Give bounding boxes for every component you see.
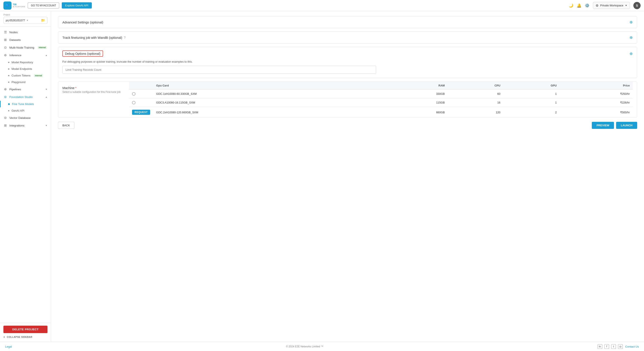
legal-link[interactable]: Legal <box>5 345 12 348</box>
sidebar-bottom: DELETE PROJECT « COLLAPSE SIDEBAR <box>0 323 51 342</box>
avatar[interactable]: S <box>633 2 640 9</box>
row1-radio-cell[interactable] <box>129 90 153 98</box>
machine-label: Machine * <box>62 86 120 90</box>
integrations-icon: ⊞ <box>4 124 7 127</box>
foundation-studio-subnav: Fine Tune Models GenAI API <box>0 101 51 114</box>
logo-text: TIR AI PLATFORM <box>13 3 25 8</box>
internal-badge: Internal <box>38 46 47 49</box>
collapse-sidebar-label: COLLAPSE SIDEBAR <box>7 336 32 338</box>
row1-gpu: 1 <box>503 90 560 98</box>
logo-icon: 🔷 <box>4 2 12 10</box>
sidebar-item-integrations[interactable]: ⊞ Integrations ▼ <box>0 122 51 129</box>
advanced-settings-header[interactable]: Advanced Settings (optional) ⊕ <box>58 16 637 28</box>
debug-options-expand-icon[interactable]: ⊕ <box>630 51 633 56</box>
internal-badge: Internal <box>34 74 43 77</box>
debug-options-description: For debugging purposes or quicker traini… <box>62 60 633 63</box>
chevron-down-icon: ▼ <box>45 88 48 90</box>
facebook-icon[interactable]: f <box>604 344 609 349</box>
sidebar-nav: ☰ Nodes ⊞ Datasets ⊙ Multi-Node Training… <box>0 26 51 323</box>
row2-radio[interactable] <box>132 101 136 104</box>
project-add-icon[interactable]: 📁 <box>41 18 45 22</box>
advanced-settings-expand-icon[interactable]: ⊕ <box>630 20 633 24</box>
machine-col-gpu-card-label: Gpu Card <box>153 82 379 90</box>
row1-radio[interactable] <box>132 92 136 96</box>
project-select[interactable]: prj-05281051077 ▼ 📁 <box>4 17 48 24</box>
track-wandb-header[interactable]: Track finetuning job with WandB (optiona… <box>58 32 637 43</box>
action-row: BACK PREVIEW LAUNCH <box>58 122 637 129</box>
sidebar-item-label: GenAI API <box>12 109 24 112</box>
preview-button[interactable]: PREVIEW <box>592 122 614 129</box>
row2-gpu: 1 <box>503 98 560 107</box>
delete-project-button[interactable]: DELETE PROJECT <box>4 326 48 333</box>
sidebar-item-custom-tokens[interactable]: Custom Tokens Internal <box>0 72 51 79</box>
nodes-icon: ☰ <box>4 30 7 34</box>
settings-icon[interactable]: ⚙️ <box>585 3 590 8</box>
sidebar-item-nodes[interactable]: ☰ Nodes <box>0 28 51 36</box>
sidebar-item-inference[interactable]: ⊚ Inference ▲ <box>0 51 51 59</box>
dot-icon <box>8 68 9 70</box>
row3-cpu: 120 <box>448 107 503 118</box>
sidebar-item-foundation-studio[interactable]: ⊜ Foundation Studio ▲ <box>0 93 51 101</box>
sidebar-item-label: Pipelines <box>9 88 21 91</box>
chevron-down-icon: ▼ <box>45 124 48 127</box>
limit-training-records-input[interactable] <box>62 66 376 74</box>
workspace-icon: ⊚ <box>596 4 598 8</box>
help-icon: ? <box>124 36 126 39</box>
sidebar-item-label: Multi-Node Training <box>9 46 34 49</box>
inference-subnav: Model Repository Model Endpoints Custom … <box>0 59 51 86</box>
go-to-myaccount-button[interactable]: GO TO MYACCOUNT <box>28 2 59 8</box>
debug-options-title: Debug Options (optional) <box>62 50 103 57</box>
machine-col-price: Price <box>560 82 633 90</box>
body-wrap: Project prj-05281051077 ▼ 📁 ☰ Nodes ⊞ Da… <box>0 11 644 342</box>
logo-line1: TIR <box>13 3 25 6</box>
notifications-icon[interactable]: 🔔 <box>577 3 582 8</box>
footer: Legal © 2024 E2E Networks Limited ™ in f… <box>0 342 644 351</box>
dot-icon <box>8 103 10 105</box>
row3-price: ₹500/hr <box>560 107 633 118</box>
explore-genai-api-button[interactable]: Explore GenAI API <box>62 2 92 8</box>
linkedin-icon[interactable]: in <box>598 344 602 349</box>
sidebar-item-vector-database[interactable]: ⊝ Vector Database <box>0 114 51 122</box>
request-button[interactable]: REQUEST <box>132 110 150 115</box>
sidebar-item-pipelines[interactable]: ⊛ Pipelines ▼ <box>0 86 51 93</box>
workspace-button[interactable]: ⊚ Private Workspace ▼ <box>593 2 630 9</box>
sidebar-item-label: Nodes <box>9 31 18 34</box>
sidebar-item-genai-api[interactable]: GenAI API <box>0 107 51 114</box>
dark-mode-icon[interactable]: 🌙 <box>568 3 573 8</box>
track-wandb-section: Track finetuning job with WandB (optiona… <box>58 32 637 44</box>
header: 🔷 TIR AI PLATFORM GO TO MYACCOUNT Explor… <box>0 0 644 11</box>
workspace-label: Private Workspace <box>600 4 623 7</box>
contact-us-link[interactable]: Contact Us <box>625 345 639 348</box>
sidebar-item-model-repository[interactable]: Model Repository <box>0 59 51 66</box>
header-left: 🔷 TIR AI PLATFORM GO TO MYACCOUNT Explor… <box>4 2 92 10</box>
sidebar-item-playground[interactable]: Playground <box>0 79 51 86</box>
machine-col-cpu: CPU <box>448 82 503 90</box>
logo: 🔷 TIR AI PLATFORM <box>4 2 25 10</box>
sidebar-item-fine-tune-models[interactable]: Fine Tune Models <box>0 101 51 107</box>
machine-table-wrap: Gpu Card RAM CPU GPU Price <box>129 82 633 117</box>
sidebar-item-label: Integrations <box>9 124 24 127</box>
dot-icon <box>8 82 9 83</box>
machine-col-gpu-card <box>129 82 153 90</box>
sidebar-item-datasets[interactable]: ⊞ Datasets <box>0 36 51 44</box>
collapse-sidebar-button[interactable]: « COLLAPSE SIDEBAR <box>4 333 48 339</box>
back-button[interactable]: BACK <box>58 122 74 129</box>
dot-icon <box>8 110 9 112</box>
track-wandb-title: Track finetuning job with WandB (optiona… <box>62 36 126 40</box>
table-row: GDC3.A10080-16.115GB_SXM 115GB 16 1 ₹226… <box>129 98 633 107</box>
inference-icon: ⊚ <box>4 53 7 57</box>
rss-icon[interactable]: ◎ <box>618 344 623 349</box>
project-label: Project <box>4 14 48 16</box>
twitter-icon[interactable]: t <box>611 344 616 349</box>
sidebar-item-model-endpoints[interactable]: Model Endpoints <box>0 66 51 72</box>
sidebar-item-label: Playground <box>12 80 26 84</box>
row2-radio-cell[interactable] <box>129 98 153 107</box>
sidebar-item-multi-node-training[interactable]: ⊙ Multi-Node Training Internal <box>0 44 51 51</box>
machine-section: Machine * Select a suitable configuratio… <box>58 82 637 118</box>
footer-copyright: © 2024 E2E Networks Limited ™ <box>286 345 324 348</box>
track-wandb-expand-icon[interactable]: ⊕ <box>630 35 633 40</box>
row3-request-cell[interactable]: REQUEST <box>129 107 153 118</box>
machine-label-block: Machine * Select a suitable configuratio… <box>62 82 120 98</box>
launch-button[interactable]: LAUNCH <box>616 122 637 129</box>
sidebar-item-label: Inference <box>9 54 21 57</box>
